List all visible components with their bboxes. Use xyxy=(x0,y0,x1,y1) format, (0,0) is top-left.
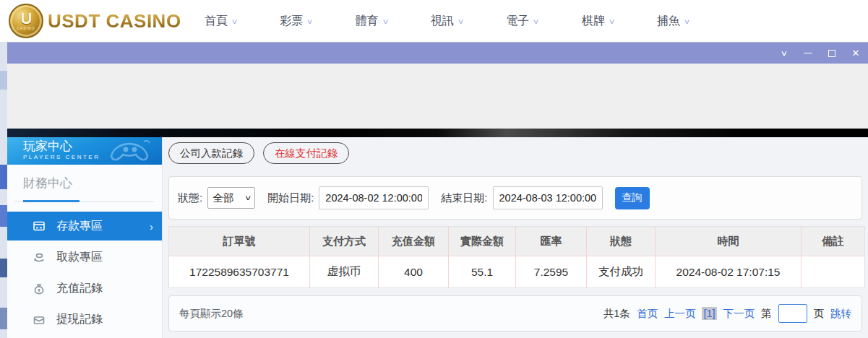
status-label: 狀態: xyxy=(178,191,202,205)
logo-text: USDT CASINO xyxy=(48,10,181,32)
nav-item-fishing[interactable]: 捕魚 ∨ xyxy=(657,14,689,29)
nav-item-chess[interactable]: 棋牌 ∨ xyxy=(582,14,614,29)
end-date-input[interactable] xyxy=(493,186,603,209)
current-page-indicator: [1] xyxy=(702,307,716,320)
jump-action-link[interactable]: 跳转 xyxy=(830,307,851,321)
col-order-number: 訂單號 xyxy=(169,227,310,256)
hand-money-icon xyxy=(33,251,46,264)
nav-label: 體育 xyxy=(356,14,379,29)
chevron-right-icon: › xyxy=(150,220,153,233)
main-nav: 首頁 ∨ 彩票 ∨ 體育 ∨ 視訊 ∨ 電子 ∨ 棋牌 ∨ 捕魚 ∨ xyxy=(205,0,689,42)
window-maximize-icon[interactable] xyxy=(827,48,837,58)
cell-remark xyxy=(802,256,865,288)
pagination-bar: 每頁顯示20條 共1条 首页 上一页 [1] 下一页 第 页 跳转 xyxy=(168,295,862,332)
money-bag-icon xyxy=(33,282,46,295)
sidebar-item-deposit-zone[interactable]: 存款專區 › xyxy=(7,212,162,240)
main-panel: 公司入款記錄 在線支付記錄 狀態: 全部 ∨ 開始日期: 結束日期: 查詢 xyxy=(163,137,868,338)
jump-prefix-label: 第 xyxy=(761,307,772,321)
site-logo[interactable]: U CASINO USDT CASINO xyxy=(9,4,181,38)
col-actual-amount: 實際金額 xyxy=(449,227,516,256)
window-minimize-icon[interactable] xyxy=(803,48,813,58)
cell-time: 2024-08-02 17:07:15 xyxy=(656,256,802,288)
nav-item-slots[interactable]: 電子 ∨ xyxy=(506,14,538,29)
sidebar-item-withdraw-zone[interactable]: 取款專區 xyxy=(7,242,162,273)
nav-item-video[interactable]: 視訊 ∨ xyxy=(431,14,463,29)
sidebar: 玩家中心 PLAYERS CENTER 財務中心 xyxy=(7,137,163,338)
cell-payment-method: 虚拟币 xyxy=(310,256,379,288)
col-status: 狀態 xyxy=(587,227,656,256)
coin-label: CASINO xyxy=(17,26,35,30)
gamepad-icon xyxy=(104,139,155,163)
coin-logo-icon: U CASINO xyxy=(9,4,43,38)
background-fragment xyxy=(0,71,7,90)
site-header: U CASINO USDT CASINO 首頁 ∨ 彩票 ∨ 體育 ∨ 視訊 ∨… xyxy=(0,0,868,42)
sidebar-section: 財務中心 xyxy=(7,165,162,202)
status-select-value: 全部 xyxy=(212,191,233,205)
next-page-link[interactable]: 下一页 xyxy=(723,307,755,321)
nav-item-home[interactable]: 首頁 ∨ xyxy=(205,14,237,29)
player-center-window: ∨ ✕ 玩家中心 PLAYERS CENTER xyxy=(7,42,868,338)
sidebar-header: 玩家中心 PLAYERS CENTER xyxy=(7,137,162,165)
sidebar-section-title: 財務中心 xyxy=(14,175,155,200)
window-blank-area xyxy=(7,64,868,129)
page-jump-input[interactable] xyxy=(778,304,807,323)
background-fragment xyxy=(0,259,7,277)
start-date-input[interactable] xyxy=(319,186,429,209)
records-table: 訂單號 支付方式 充值金額 實際金額 匯率 狀態 時間 備註 172258963… xyxy=(168,226,865,288)
total-count-label: 共1条 xyxy=(603,307,630,321)
deposit-card-icon xyxy=(33,220,46,233)
window-close-icon[interactable]: ✕ xyxy=(851,48,861,58)
cell-recharge-amount: 400 xyxy=(379,256,449,288)
sidebar-item-label: 取款專區 xyxy=(56,250,103,265)
cell-actual-amount: 55.1 xyxy=(449,256,516,288)
sidebar-item-recharge-records[interactable]: 充值記錄 xyxy=(7,273,162,304)
per-page-label: 每頁顯示20條 xyxy=(179,307,244,321)
nav-label: 首頁 xyxy=(205,14,228,29)
sidebar-item-label: 存款專區 xyxy=(56,219,103,234)
sidebar-item-label: 充值記錄 xyxy=(56,281,103,296)
tab-online-payment-records[interactable]: 在線支付記錄 xyxy=(263,142,349,164)
dark-banner-strip xyxy=(7,129,868,137)
chevron-down-icon: ∨ xyxy=(382,17,389,25)
col-remark: 備註 xyxy=(802,227,865,256)
start-date-label: 開始日期: xyxy=(267,191,314,205)
nav-label: 捕魚 xyxy=(657,14,680,29)
end-date-label: 結束日期: xyxy=(441,191,487,205)
col-exchange-rate: 匯率 xyxy=(516,227,587,256)
pagination-controls: 共1条 首页 上一页 [1] 下一页 第 页 跳转 xyxy=(603,304,851,323)
chevron-down-icon: ∨ xyxy=(684,17,691,25)
wallet-icon xyxy=(33,313,46,326)
col-time: 時間 xyxy=(656,227,802,256)
prev-page-link[interactable]: 上一页 xyxy=(664,307,696,321)
background-fragment xyxy=(0,308,7,329)
nav-item-sports[interactable]: 體育 ∨ xyxy=(356,14,388,29)
sidebar-item-label: 提現記錄 xyxy=(56,312,103,327)
window-collapse-icon[interactable]: ∨ xyxy=(777,48,792,58)
nav-label: 電子 xyxy=(506,14,529,29)
background-page-strip xyxy=(0,42,7,338)
background-fragment xyxy=(0,165,7,189)
nav-label: 棋牌 xyxy=(582,14,605,29)
nav-label: 彩票 xyxy=(280,14,303,29)
jump-suffix-label: 页 xyxy=(814,307,825,321)
chevron-down-icon: ∨ xyxy=(457,17,465,25)
nav-item-lottery[interactable]: 彩票 ∨ xyxy=(280,14,312,29)
table-row: 1722589635703771 虚拟币 400 55.1 7.2595 支付成… xyxy=(169,256,865,288)
sidebar-item-withdrawal-records[interactable]: 提現記錄 xyxy=(7,304,162,335)
select-caret-icon: ∨ xyxy=(244,194,252,202)
search-button[interactable]: 查詢 xyxy=(615,187,650,209)
record-tabs: 公司入款記錄 在線支付記錄 xyxy=(168,142,868,165)
chevron-down-icon: ∨ xyxy=(533,17,540,25)
background-fragment xyxy=(0,205,7,227)
col-recharge-amount: 充值金額 xyxy=(379,227,449,256)
coin-letter: U xyxy=(21,12,32,26)
first-page-link[interactable]: 首页 xyxy=(637,307,658,321)
sidebar-menu: 存款專區 › 取款專區 xyxy=(7,212,162,338)
cell-order-number: 1722589635703771 xyxy=(169,256,310,288)
table-header-row: 訂單號 支付方式 充值金額 實際金額 匯率 狀態 時間 備註 xyxy=(169,227,865,256)
status-select[interactable]: 全部 ∨ xyxy=(207,187,255,209)
chevron-down-icon: ∨ xyxy=(306,17,314,25)
tab-company-deposit-records[interactable]: 公司入款記錄 xyxy=(168,142,254,164)
cell-status: 支付成功 xyxy=(587,256,656,288)
sidebar-item-fund-records[interactable]: 資金記錄 xyxy=(7,335,162,338)
